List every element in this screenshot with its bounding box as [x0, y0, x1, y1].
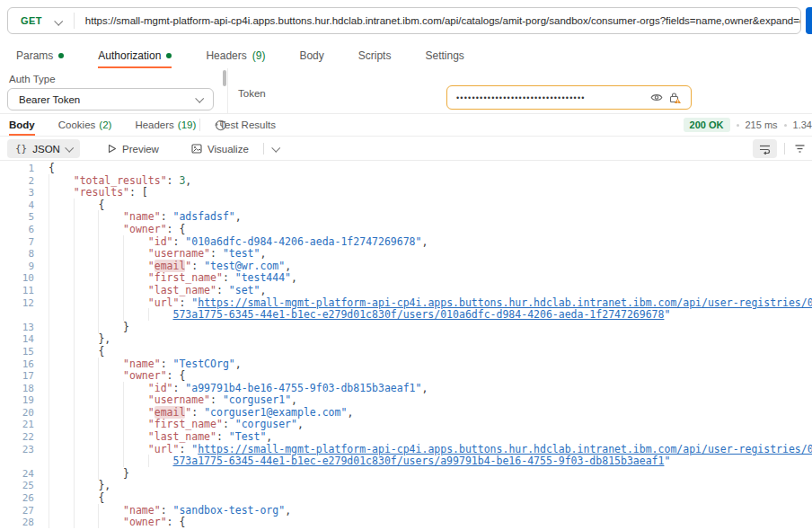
json-key: " — [148, 406, 154, 419]
line-number: 4 — [0, 199, 49, 212]
auth-type-select[interactable]: Bearer Token — [7, 88, 214, 110]
visualize-button[interactable]: Visualize — [191, 139, 249, 158]
tab-params[interactable]: Params — [16, 43, 64, 68]
url-input[interactable]: https://small-mgmt-platform-api-cp4i.app… — [75, 15, 800, 26]
lock-warning-icon[interactable] — [666, 89, 684, 107]
json-key: "owner" — [123, 369, 166, 382]
json-key-highlighted: email — [154, 406, 186, 419]
tab-scripts[interactable]: Scripts — [358, 43, 392, 68]
url-link[interactable]: https://small-mgmt-platform-api-cp4i.app… — [198, 296, 812, 309]
indent — [49, 443, 148, 455]
json-punctuation: : { — [167, 223, 186, 235]
json-punctuation: : — [223, 271, 235, 284]
tab-label: Params — [16, 49, 53, 62]
play-icon — [108, 144, 117, 154]
json-key: "id" — [148, 235, 173, 248]
url-link[interactable]: 573a1775-6345-44e1-b1ec-e279d01c830f/use… — [172, 308, 664, 321]
indent — [49, 430, 148, 443]
response-tab-cookies[interactable]: Cookies (2) — [58, 114, 112, 136]
json-string: "test" — [223, 247, 260, 260]
code-line: 8 "username": "test", — [0, 248, 812, 261]
line-number: 17 — [0, 370, 49, 383]
json-punctuation: : — [161, 358, 173, 370]
json-punctuation: , — [421, 235, 428, 248]
code-line: 19 "username": "corguser1", — [0, 394, 812, 407]
indent — [49, 296, 148, 309]
json-string: "TestCOrg" — [173, 358, 235, 370]
tab-body[interactable]: Body — [299, 43, 323, 68]
chevron-down-icon[interactable] — [55, 13, 61, 29]
divider — [227, 68, 228, 113]
code-line: 10 "first_name": "test444", — [0, 272, 812, 285]
filter-icon[interactable] — [790, 139, 809, 158]
code-line: 573a1775-6345-44e1-b1ec-e279d01c830f/use… — [0, 455, 812, 468]
json-punctuation: , — [421, 382, 428, 394]
json-key: "name" — [123, 210, 161, 223]
tab-label: Body — [299, 49, 323, 62]
json-key: " — [148, 260, 154, 272]
params-status-dot — [58, 53, 64, 58]
divider — [784, 143, 785, 155]
json-punctuation: } — [123, 321, 129, 333]
indent — [49, 393, 148, 406]
scrollbar-thumb[interactable] — [223, 70, 226, 86]
tab-authorization[interactable]: Authorization — [98, 43, 172, 68]
response-toolbar: {} JSON Preview Visualize — [0, 137, 812, 161]
tab-label: Authorization — [98, 49, 161, 62]
json-punctuation: : — [161, 210, 173, 223]
json-string: " — [664, 308, 670, 321]
json-string: "adsfadsf" — [173, 210, 235, 223]
tab-headers[interactable]: Headers (9) — [206, 43, 265, 68]
json-key: "id" — [148, 382, 173, 394]
code-line: 11 "last_name": "set", — [0, 285, 812, 297]
tab-count: (2) — [99, 119, 111, 130]
json-punctuation: : { — [167, 516, 186, 528]
json-punctuation: { — [98, 345, 104, 358]
indent — [49, 479, 98, 491]
json-punctuation: }, — [98, 332, 110, 345]
token-input[interactable]: ••••••••••••••••••••••••••••••••• — [446, 85, 692, 110]
json-key: "first_name" — [148, 271, 223, 284]
json-punctuation: : — [179, 296, 191, 309]
line-number: 21 — [0, 419, 49, 431]
wrap-text-icon[interactable] — [753, 139, 777, 158]
json-string: " — [664, 455, 670, 467]
code-line: 15 { — [0, 346, 812, 358]
json-punctuation: , — [185, 174, 191, 187]
eye-icon[interactable] — [648, 89, 666, 107]
auth-type-label: Auth Type — [9, 74, 56, 84]
json-punctuation: , — [235, 358, 242, 370]
response-tab-headers[interactable]: Headers (19) — [135, 114, 196, 136]
json-punctuation: , — [260, 284, 266, 296]
separator-dot — [784, 124, 787, 127]
response-tab-body[interactable]: Body — [9, 114, 35, 136]
json-string: "corguser1" — [223, 393, 291, 406]
indent — [49, 186, 74, 199]
format-select-json[interactable]: {} JSON — [7, 139, 80, 158]
indent — [49, 504, 123, 517]
line-number: 11 — [0, 285, 49, 297]
tab-count: (19) — [178, 119, 196, 130]
preview-button[interactable]: Preview — [108, 139, 159, 158]
json-key: "username" — [148, 393, 210, 406]
method-selector[interactable]: GET — [8, 15, 55, 26]
send-button[interactable] — [806, 7, 812, 34]
tab-settings[interactable]: Settings — [425, 43, 463, 68]
visualize-label: Visualize — [207, 144, 249, 155]
chevron-down-icon — [65, 144, 74, 153]
response-header: Body Cookies (2) Headers (19) Test Resul… — [0, 114, 812, 137]
json-punctuation: : — [179, 443, 191, 455]
history-icon[interactable] — [212, 117, 228, 133]
json-punctuation: : — [161, 504, 173, 517]
format-label: JSON — [32, 144, 60, 155]
url-link[interactable]: https://small-mgmt-platform-api-cp4i.app… — [198, 443, 812, 455]
code-line: 23 "url": "https://small-mgmt-platform-a… — [0, 444, 812, 456]
token-label: Token — [238, 88, 266, 99]
tab-label: Headers — [135, 119, 173, 130]
code-line: 2 "total_results": 3, — [0, 175, 812, 188]
line-number: 24 — [0, 468, 49, 481]
url-link[interactable]: 573a1775-6345-44e1-b1ec-e279d01c830f/use… — [172, 455, 664, 467]
indent — [49, 406, 148, 419]
visualize-dropdown[interactable] — [272, 139, 278, 158]
request-tabs: Params Authorization Headers (9) Body Sc… — [16, 43, 464, 68]
